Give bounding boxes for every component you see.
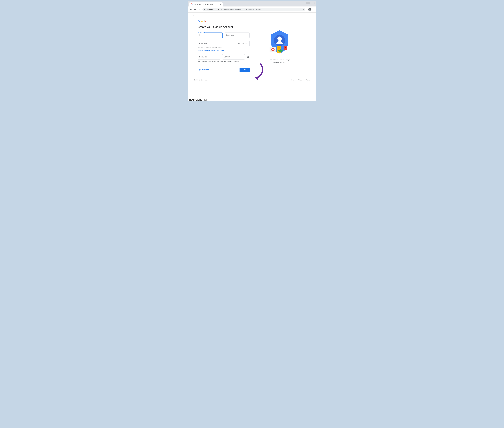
browser-tab[interactable]: Create your Google Account ×	[189, 2, 223, 7]
footer: English (United States) Help Privacy Ter…	[193, 77, 311, 82]
close-window-button[interactable]: ×	[313, 2, 315, 4]
reload-button[interactable]	[198, 8, 201, 11]
minimize-button[interactable]: —	[300, 2, 302, 4]
next-button[interactable]: Next	[240, 68, 249, 72]
google-logo: Google	[198, 20, 249, 23]
promo-illustration	[265, 28, 294, 56]
profile-avatar[interactable]	[308, 8, 311, 11]
confirm-password-field[interactable]: Confirm	[222, 54, 245, 59]
tab-title: Create your Google Account	[194, 3, 218, 5]
new-tab-button[interactable]: +	[223, 2, 228, 5]
close-tab-icon[interactable]: ×	[220, 3, 221, 6]
promo-text: One account. All of Google working for y…	[269, 58, 290, 64]
lock-icon	[204, 9, 206, 10]
chevron-down-icon	[209, 80, 210, 81]
page-heading: Create your Google Account	[198, 25, 249, 29]
star-icon[interactable]	[302, 8, 304, 11]
help-link[interactable]: Help	[291, 79, 294, 81]
browser-toolbar: accounts.google.com/signup/v2/webcreatea…	[188, 7, 316, 13]
svg-point-1	[309, 8, 310, 9]
back-button[interactable]	[190, 8, 192, 11]
toggle-password-visibility-icon[interactable]	[247, 56, 249, 58]
forward-button[interactable]	[194, 8, 196, 11]
svg-point-13	[285, 47, 286, 48]
promo-column: One account. All of Google working for y…	[249, 20, 306, 72]
first-name-label: First name	[199, 32, 207, 33]
address-bar[interactable]: accounts.google.com/signup/v2/webcreatea…	[202, 8, 306, 11]
title-bar: Create your Google Account × + — ×	[188, 1, 316, 7]
password-hint: Use 8 or more characters with a mix of l…	[198, 61, 249, 62]
url-text: accounts.google.com/signup/v2/webcreatea…	[207, 8, 297, 10]
use-current-email-link[interactable]: Use my current email address instead	[198, 49, 225, 51]
page-content: Google Create your Google Account First …	[188, 13, 316, 101]
svg-point-4	[277, 36, 282, 41]
google-favicon	[191, 3, 193, 5]
username-hint: You can use letters, numbers & periods	[198, 47, 249, 49]
maximize-button[interactable]	[306, 2, 310, 4]
signup-card: Google Create your Google Account First …	[193, 15, 311, 75]
terms-link[interactable]: Terms	[306, 79, 310, 81]
browser-menu-icon[interactable]	[314, 8, 315, 11]
window-controls: — ×	[300, 1, 315, 7]
language-selector[interactable]: English (United States)	[194, 79, 210, 81]
first-name-field[interactable]: First name	[198, 33, 223, 38]
browser-window: Create your Google Account × + — × accou…	[188, 1, 316, 101]
signup-form: Google Create your Google Account First …	[198, 20, 249, 72]
last-name-field[interactable]: Last name	[225, 33, 249, 38]
username-field[interactable]: Username @gmail.com	[198, 41, 249, 46]
zoom-icon[interactable]	[298, 8, 301, 11]
username-suffix: @gmail.com	[238, 42, 248, 44]
watermark: T TEMPLATE.NET	[188, 98, 207, 101]
svg-rect-10	[278, 49, 280, 49]
privacy-link[interactable]: Privacy	[298, 79, 302, 81]
svg-point-11	[278, 49, 283, 52]
sign-in-instead-link[interactable]: Sign in instead	[198, 69, 209, 71]
svg-rect-8	[278, 47, 281, 48]
password-field[interactable]: Password	[198, 54, 220, 59]
svg-rect-9	[278, 48, 281, 49]
